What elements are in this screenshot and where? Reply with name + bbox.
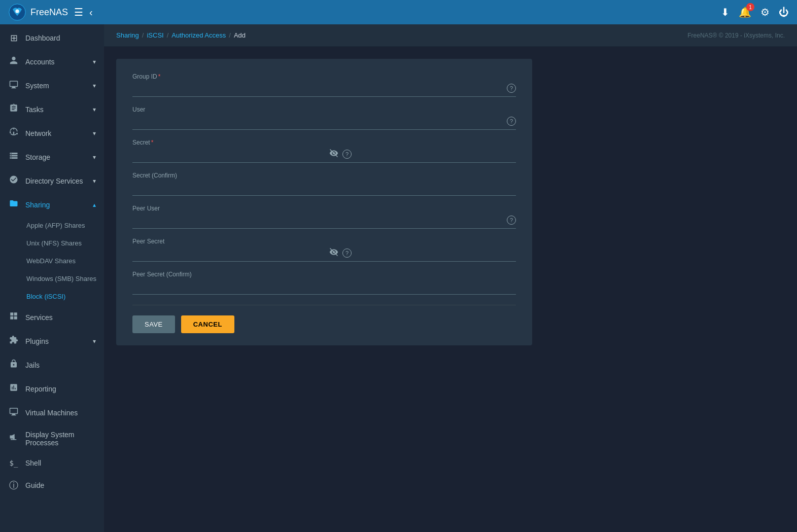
system-arrow: ▾ [93, 82, 96, 89]
network-arrow: ▾ [93, 130, 96, 137]
reporting-icon [8, 383, 19, 395]
peer-secret-input[interactable] [132, 247, 325, 259]
form-container: Group ID* ? User ? [104, 47, 797, 532]
sidebar-item-storage[interactable]: Storage ▾ [0, 145, 104, 169]
svg-point-1 [15, 10, 19, 13]
back-icon[interactable]: ‹ [89, 7, 93, 18]
sidebar-label-display-system: Display System Processes [25, 431, 96, 447]
peer-secret-confirm-row [132, 280, 516, 295]
peer-user-input[interactable] [132, 214, 503, 226]
sidebar-item-jails[interactable]: Jails [0, 353, 104, 377]
peer-secret-confirm-label: Peer Secret (Confirm) [132, 271, 516, 278]
sidebar-label-sharing: Sharing [25, 201, 50, 209]
tasks-arrow: ▾ [93, 106, 96, 113]
system-icon [8, 80, 19, 91]
power-icon[interactable]: ⏻ [779, 7, 789, 18]
hamburger-icon[interactable]: ☰ [74, 6, 83, 18]
settings-icon[interactable]: ⚙ [760, 6, 770, 18]
user-input[interactable] [132, 115, 503, 127]
secret-confirm-input[interactable] [132, 181, 325, 193]
sidebar-item-reporting[interactable]: Reporting [0, 377, 104, 401]
form-card: Group ID* ? User ? [116, 59, 532, 345]
sharing-submenu: Apple (AFP) Shares Unix (NFS) Shares Web… [0, 217, 104, 305]
secret-confirm-field: Secret (Confirm) [132, 172, 516, 196]
group-id-input[interactable] [132, 82, 503, 94]
peer-user-row: ? [132, 214, 516, 229]
secret-confirm-row [132, 181, 516, 196]
sidebar-sub-iscsi[interactable]: Block (iSCSI) [26, 288, 104, 305]
sidebar-label-system: System [25, 82, 49, 90]
group-id-label: Group ID* [132, 73, 516, 80]
sidebar-item-plugins[interactable]: Plugins ▾ [0, 329, 104, 353]
peer-secret-row: ? [132, 247, 516, 262]
sidebar-label-guide: Guide [25, 481, 44, 489]
cancel-button[interactable]: CANCEL [181, 315, 234, 333]
sidebar-sub-smb[interactable]: Windows (SMB) Shares [26, 270, 104, 288]
notifications[interactable]: 🔔 1 [739, 6, 751, 18]
dashboard-icon: ⊞ [8, 32, 19, 44]
peer-user-help-icon[interactable]: ? [507, 216, 516, 225]
peer-secret-field: Peer Secret ? [132, 238, 516, 262]
sidebar-item-shell[interactable]: $_ Shell [0, 453, 104, 473]
display-system-icon [8, 433, 19, 445]
secret-input[interactable] [132, 148, 325, 160]
secret-confirm-label: Secret (Confirm) [132, 172, 516, 179]
accounts-icon [8, 56, 19, 67]
sidebar-item-dashboard[interactable]: ⊞ Dashboard [0, 26, 104, 50]
sidebar-item-display-system-processes[interactable]: Display System Processes [0, 424, 104, 453]
copyright: FreeNAS® © 2019 - iXsystems, Inc. [687, 32, 785, 39]
sidebar-item-accounts[interactable]: Accounts ▾ [0, 50, 104, 74]
peer-secret-help-icon[interactable]: ? [342, 249, 352, 258]
main-content: Sharing / iSCSI / Authorized Access / Ad… [104, 24, 797, 532]
logo-icon [8, 3, 26, 21]
sidebar-label-virtual-machines: Virtual Machines [25, 409, 78, 417]
breadcrumb-sharing[interactable]: Sharing [116, 31, 139, 39]
sidebar-item-sharing[interactable]: Sharing ▴ [0, 193, 104, 217]
secret-label: Secret* [132, 139, 516, 146]
sidebar-label-plugins: Plugins [25, 337, 49, 345]
network-icon [8, 127, 19, 139]
group-id-help-icon[interactable]: ? [507, 84, 516, 93]
sidebar-item-virtual-machines[interactable]: Virtual Machines [0, 401, 104, 424]
sidebar-sub-webdav[interactable]: WebDAV Shares [26, 252, 104, 270]
sidebar-sub-afp[interactable]: Apple (AFP) Shares [26, 217, 104, 234]
secret-help-icon[interactable]: ? [342, 150, 352, 159]
sidebar-item-services[interactable]: Services [0, 305, 104, 329]
sidebar-label-storage: Storage [25, 153, 50, 161]
sidebar-label-directory-services: Directory Services [25, 177, 83, 185]
storage-icon [8, 151, 19, 163]
breadcrumb-sep-3: / [229, 31, 231, 39]
guide-icon: ⓘ [8, 479, 19, 491]
topnav-left: FreeNAS ☰ ‹ [8, 3, 93, 21]
peer-secret-visibility-icon[interactable] [329, 247, 338, 259]
sharing-arrow: ▴ [93, 201, 96, 208]
secret-field: Secret* ? [132, 139, 516, 163]
save-button[interactable]: SAVE [132, 315, 175, 333]
shell-icon: $_ [8, 459, 19, 467]
notification-count: 1 [746, 3, 754, 11]
sidebar-label-accounts: Accounts [25, 58, 55, 66]
sidebar-item-system[interactable]: System ▾ [0, 74, 104, 97]
accounts-arrow: ▾ [93, 58, 96, 65]
sidebar-item-guide[interactable]: ⓘ Guide [0, 473, 104, 498]
breadcrumb-authorized-access[interactable]: Authorized Access [171, 31, 226, 39]
topnav-right: ⬇ 🔔 1 ⚙ ⏻ [721, 6, 789, 18]
breadcrumb-iscsi[interactable]: iSCSI [147, 31, 163, 39]
peer-secret-confirm-input[interactable] [132, 280, 325, 292]
sidebar-label-shell: Shell [25, 459, 41, 467]
sidebar-label-network: Network [25, 129, 51, 137]
sidebar-sub-nfs[interactable]: Unix (NFS) Shares [26, 234, 104, 252]
plugins-arrow: ▾ [93, 338, 96, 345]
breadcrumb: Sharing / iSCSI / Authorized Access / Ad… [104, 24, 797, 47]
jails-icon [8, 359, 19, 371]
user-help-icon[interactable]: ? [507, 117, 516, 126]
sidebar-item-directory-services[interactable]: Directory Services ▾ [0, 169, 104, 193]
sidebar: ⊞ Dashboard Accounts ▾ System ▾ Tasks ▾ [0, 24, 104, 532]
breadcrumb-add: Add [234, 31, 246, 39]
download-icon[interactable]: ⬇ [721, 6, 730, 18]
sidebar-item-network[interactable]: Network ▾ [0, 121, 104, 145]
sidebar-item-tasks[interactable]: Tasks ▾ [0, 97, 104, 121]
secret-visibility-icon[interactable] [329, 149, 338, 160]
user-field: User ? [132, 106, 516, 130]
breadcrumb-sep-2: / [167, 31, 169, 39]
